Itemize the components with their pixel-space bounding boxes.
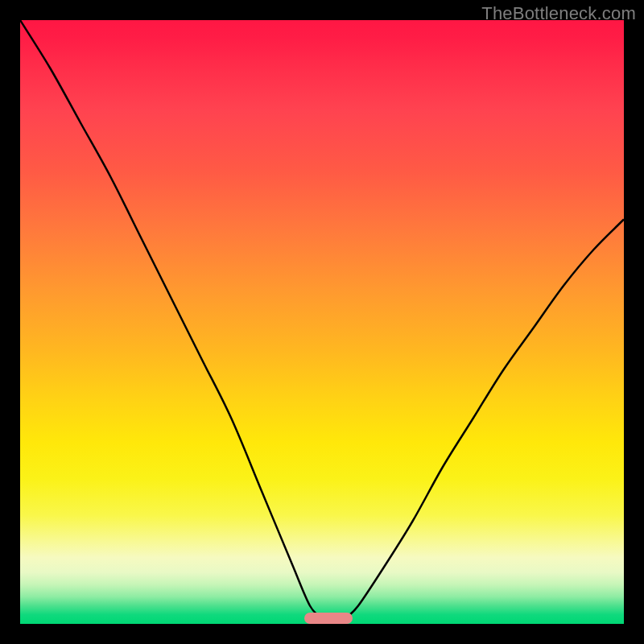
chart-frame <box>20 20 624 624</box>
valley-marker <box>304 613 353 624</box>
chart-gradient-background <box>20 20 624 624</box>
